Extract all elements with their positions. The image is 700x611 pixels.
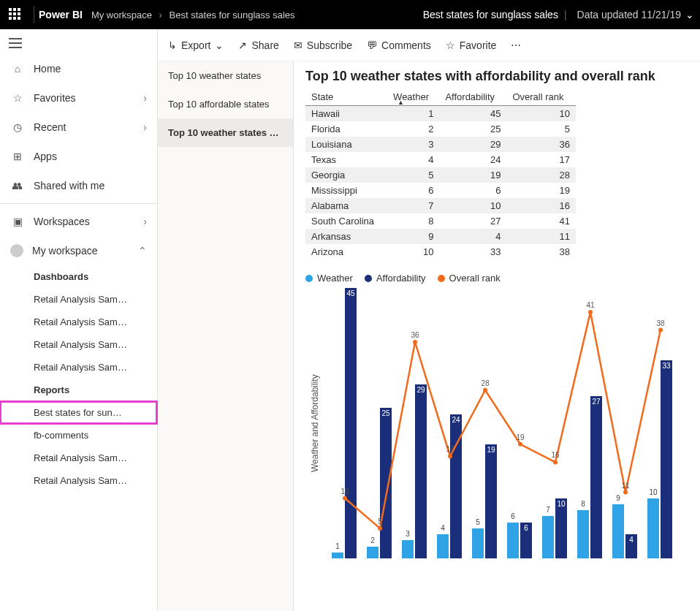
bar-affordability[interactable]: 45 bbox=[345, 288, 357, 558]
nav-apps-label: Apps bbox=[34, 151, 57, 162]
legend-rank-label: Overall rank bbox=[449, 273, 501, 284]
nav-report-item[interactable]: fb-comments bbox=[0, 424, 157, 447]
line-point-label: 28 bbox=[481, 379, 489, 387]
nav-dashboard-item[interactable]: Retail Analysis Sam… bbox=[0, 333, 157, 356]
bar-weather[interactable]: 3 bbox=[402, 540, 414, 558]
nav-report-item[interactable]: Retail Analysis Sam… bbox=[0, 469, 157, 492]
favorite-label: Favorite bbox=[460, 39, 497, 51]
nav-report-item[interactable]: Retail Analysis Sam… bbox=[0, 447, 157, 469]
chevron-right-icon: › bbox=[143, 121, 147, 133]
more-button[interactable]: ⋯ bbox=[511, 39, 521, 51]
chevron-up-icon: ⌃ bbox=[138, 245, 147, 257]
comments-button[interactable]: 💬︎Comments bbox=[367, 39, 431, 51]
nav-home-label: Home bbox=[34, 63, 61, 75]
table-row[interactable]: Arizona103338 bbox=[305, 244, 576, 259]
person-icon bbox=[10, 244, 23, 257]
legend-weather-label: Weather bbox=[317, 273, 353, 284]
line-point-label: 38 bbox=[656, 319, 664, 327]
page-tabs-pane: Top 10 weather states Top 10 affordable … bbox=[158, 61, 294, 611]
page-tab[interactable]: Top 10 affordable states bbox=[158, 90, 293, 118]
bar-affordability[interactable]: 24 bbox=[450, 414, 462, 558]
nav-dashboard-item[interactable]: Retail Analysis Sam… bbox=[0, 288, 157, 311]
nav-favorites[interactable]: ☆Favorites› bbox=[0, 83, 157, 113]
bar-affordability[interactable]: 10 bbox=[555, 498, 567, 558]
bar-weather[interactable]: 2 bbox=[367, 547, 378, 558]
svg-point-9 bbox=[658, 328, 663, 333]
table-row[interactable]: South Carolina82741 bbox=[305, 213, 576, 229]
app-launcher-icon[interactable] bbox=[9, 8, 22, 21]
bar-affordability[interactable]: 6 bbox=[520, 523, 532, 558]
breadcrumb-workspace[interactable]: My workspace bbox=[91, 10, 152, 20]
nav-shared-label: Shared with me bbox=[34, 180, 104, 191]
left-nav: ⌂Home ☆Favorites› ◷Recent› ⊞Apps 👥︎Share… bbox=[0, 29, 158, 611]
nav-recent[interactable]: ◷Recent› bbox=[0, 113, 157, 142]
subscribe-button[interactable]: ✉Subscribe bbox=[294, 39, 352, 51]
table-row[interactable]: Mississippi6619 bbox=[305, 183, 576, 198]
export-button[interactable]: ↳Export⌄ bbox=[168, 39, 224, 51]
bar-affordability[interactable]: 4 bbox=[625, 534, 637, 558]
bar-weather[interactable]: 10 bbox=[647, 498, 659, 558]
nav-my-workspace[interactable]: My workspace⌃ bbox=[0, 236, 157, 265]
bar-weather[interactable]: 9 bbox=[612, 504, 624, 558]
divider bbox=[34, 6, 34, 23]
bar-weather[interactable]: 8 bbox=[577, 510, 589, 558]
table-row[interactable]: Florida2255 bbox=[305, 121, 576, 137]
nav-report-item-active[interactable]: Best states for sun… bbox=[0, 401, 157, 424]
table-row[interactable]: Alabama71016 bbox=[305, 198, 576, 213]
nav-workspaces[interactable]: ▣Workspaces› bbox=[0, 207, 157, 236]
chevron-right-icon: › bbox=[159, 10, 162, 20]
bar-weather[interactable]: 5 bbox=[472, 528, 484, 558]
bar-affordability[interactable]: 29 bbox=[415, 384, 427, 558]
nav-hamburger[interactable] bbox=[0, 32, 157, 54]
nav-dashboard-item[interactable]: Retail Analysis Sam… bbox=[0, 311, 157, 333]
report-canvas: Top 10 weather states with affordability… bbox=[294, 61, 700, 611]
bar-affordability[interactable]: 25 bbox=[380, 408, 392, 558]
chevron-down-icon[interactable]: ⌄ bbox=[685, 9, 694, 20]
line-point-label: 11 bbox=[621, 482, 629, 490]
share-button[interactable]: ↗Share bbox=[238, 39, 278, 51]
star-icon: ☆ bbox=[446, 39, 455, 51]
breadcrumb-report[interactable]: Best states for sunglass sales bbox=[170, 10, 295, 20]
bar-weather[interactable]: 4 bbox=[437, 534, 449, 558]
nav-recent-label: Recent bbox=[34, 121, 66, 133]
comment-icon: 💬︎ bbox=[367, 39, 377, 51]
bar-weather[interactable]: 6 bbox=[507, 523, 519, 558]
nav-dashboard-item[interactable]: Retail Analysis Sam… bbox=[0, 356, 157, 379]
bar-weather[interactable]: 1 bbox=[332, 553, 343, 558]
table-row[interactable]: Arkansas9411 bbox=[305, 229, 576, 244]
data-updated-label[interactable]: Data updated 11/21/19 bbox=[577, 9, 681, 20]
chevron-right-icon: › bbox=[143, 216, 147, 227]
legend-weather[interactable]: Weather bbox=[305, 273, 353, 284]
bar-affordability[interactable]: 33 bbox=[661, 360, 672, 558]
subscribe-label: Subscribe bbox=[307, 39, 352, 51]
bar-weather[interactable]: 7 bbox=[542, 516, 554, 558]
people-icon: 👥︎ bbox=[10, 180, 25, 191]
col-state[interactable]: State bbox=[305, 88, 387, 106]
nav-shared[interactable]: 👥︎Shared with me bbox=[0, 171, 157, 200]
legend-affordability[interactable]: Affordability bbox=[365, 273, 426, 284]
table-row[interactable]: Texas42417 bbox=[305, 152, 576, 167]
favorite-button[interactable]: ☆Favorite bbox=[446, 39, 497, 51]
data-table[interactable]: State Weather▲ Affordability Overall ran… bbox=[305, 88, 576, 259]
bar-affordability[interactable]: 19 bbox=[485, 444, 497, 558]
breadcrumb[interactable]: My workspace › Best states for sunglass … bbox=[91, 10, 295, 20]
nav-section-reports: Reports bbox=[0, 379, 157, 401]
table-row[interactable]: Hawaii14510 bbox=[305, 106, 576, 122]
svg-point-4 bbox=[483, 388, 487, 392]
combo-chart[interactable]: 1 452 253 294 245 196 67 108 279 410 331… bbox=[324, 288, 688, 558]
svg-point-7 bbox=[588, 310, 593, 314]
nav-home[interactable]: ⌂Home bbox=[0, 54, 157, 83]
table-row[interactable]: Louisiana32936 bbox=[305, 137, 576, 152]
bar-affordability[interactable]: 27 bbox=[590, 396, 602, 558]
col-affordability[interactable]: Affordability bbox=[439, 88, 506, 106]
legend-overall-rank[interactable]: Overall rank bbox=[438, 273, 501, 284]
page-tab-active[interactable]: Top 10 weather states w… bbox=[158, 118, 293, 147]
col-weather[interactable]: Weather▲ bbox=[387, 88, 439, 106]
brand-label: Power BI bbox=[39, 9, 83, 20]
legend-dot-icon bbox=[305, 275, 313, 282]
table-row[interactable]: Georgia51928 bbox=[305, 167, 576, 183]
chart-legend: Weather Affordability Overall rank bbox=[294, 259, 700, 288]
page-tab[interactable]: Top 10 weather states bbox=[158, 61, 293, 90]
nav-apps[interactable]: ⊞Apps bbox=[0, 142, 157, 171]
col-overall-rank[interactable]: Overall rank bbox=[506, 88, 576, 106]
